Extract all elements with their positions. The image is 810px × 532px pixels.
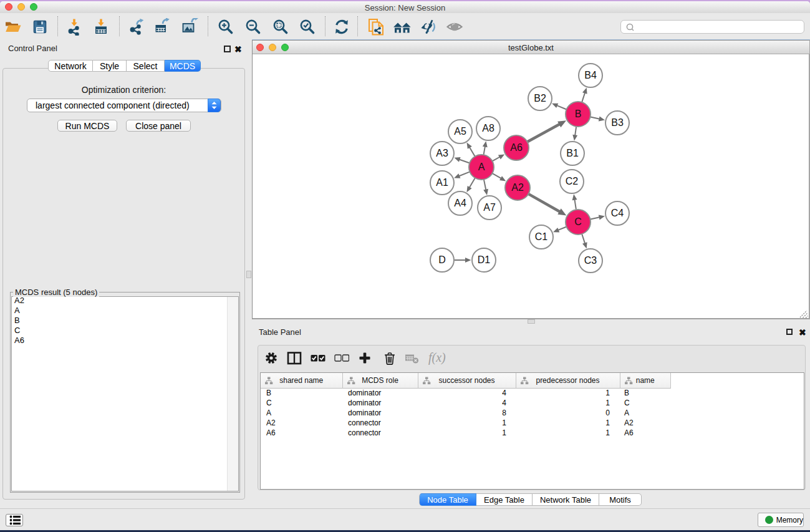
svg-text:C2: C2 bbox=[566, 176, 579, 186]
svg-text:C1: C1 bbox=[535, 231, 548, 242]
svg-text:C3: C3 bbox=[584, 255, 597, 266]
svg-text:B3: B3 bbox=[611, 117, 624, 128]
svg-text:D: D bbox=[438, 254, 446, 265]
svg-text:A4: A4 bbox=[454, 198, 466, 208]
svg-text:C4: C4 bbox=[611, 208, 624, 218]
svg-text:B: B bbox=[575, 109, 582, 119]
svg-text:A: A bbox=[478, 162, 485, 172]
svg-text:A1: A1 bbox=[436, 177, 448, 188]
svg-text:D1: D1 bbox=[478, 254, 491, 265]
svg-text:A3: A3 bbox=[436, 148, 448, 158]
svg-text:A5: A5 bbox=[454, 126, 466, 137]
svg-text:A7: A7 bbox=[483, 202, 496, 213]
svg-text:B2: B2 bbox=[534, 93, 546, 104]
svg-text:A2: A2 bbox=[511, 182, 524, 193]
svg-text:B1: B1 bbox=[566, 148, 579, 158]
svg-text:A8: A8 bbox=[482, 123, 494, 133]
svg-text:A6: A6 bbox=[510, 142, 523, 153]
svg-text:C: C bbox=[574, 216, 582, 227]
svg-text:B4: B4 bbox=[584, 70, 597, 80]
